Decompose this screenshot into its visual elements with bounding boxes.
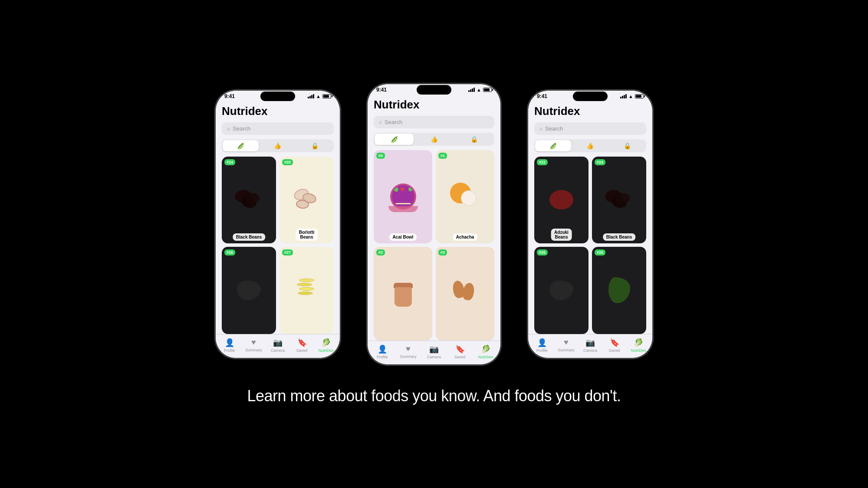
wifi-icon-left: ▲	[316, 94, 321, 99]
filter-tab-liked-left[interactable]: 👍	[260, 140, 296, 151]
food-card-26-right[interactable]: #26	[534, 247, 589, 334]
time-left: 9:41	[224, 93, 235, 99]
tab-camera-center[interactable]: 📷 Camera	[421, 344, 447, 359]
food-card-acai-center[interactable]: #0	[374, 150, 432, 244]
status-bar-right: 9:41 ▲	[528, 91, 652, 100]
time-center: 9:41	[376, 87, 387, 93]
tab-nutridex-center[interactable]: 🥬 NutriDex	[473, 344, 499, 359]
dynamic-island-center	[417, 85, 451, 95]
food-27-visual-left	[292, 275, 322, 305]
search-icon-right: ⌕	[539, 125, 542, 131]
food-card-28-right[interactable]: #28	[592, 247, 646, 334]
status-icons-center: ▲	[468, 87, 492, 92]
adzuki-visual-right	[546, 185, 577, 215]
food-label-black-beans-right: Black Beans	[603, 233, 635, 241]
food-label-black-beans-left: Black Beans	[233, 233, 265, 241]
food-label-adzuki-right: AdzukiBeans	[551, 229, 572, 241]
food-card-3-center[interactable]: #3	[436, 247, 494, 341]
badge-27-left: #27	[282, 249, 293, 255]
tab-nutridex-right[interactable]: 🥬 NutriDex	[626, 338, 651, 353]
tab-label-camera-right: Camera	[583, 348, 597, 353]
food-label-acai-center: Acai Bowl	[389, 233, 417, 241]
status-bar-center: 9:41 ▲	[368, 84, 500, 94]
tab-saved-right[interactable]: 🔖 Saved	[602, 338, 627, 353]
badge-2-center: #2	[376, 249, 385, 255]
tab-profile-left[interactable]: 👤 Profile	[217, 338, 242, 353]
tab-saved-left[interactable]: 🔖 Saved	[290, 338, 314, 353]
filter-tab-locked-center[interactable]: 🔒	[454, 134, 493, 145]
phone-right: 9:41 ▲ Nutr	[527, 90, 653, 359]
nutridex-icon-right: 🥬	[634, 338, 643, 347]
food-26-visual-right	[546, 275, 577, 305]
tab-label-nutridex-center: NutriDex	[478, 355, 493, 359]
filter-tab-all-center[interactable]: 🫛	[375, 134, 414, 145]
tab-bar-left: 👤 Profile ♥ Summary 📷 Camera 🔖 Saved 🥬	[216, 334, 340, 358]
tagline: Learn more about foods you know. And foo…	[247, 387, 621, 405]
badge-23-right: #23	[537, 159, 548, 165]
search-icon-left: ⌕	[227, 125, 230, 131]
tab-label-saved-left: Saved	[296, 348, 308, 353]
app-title-center: Nutridex	[374, 98, 494, 111]
food-card-black-beans-left[interactable]: #24 Black Beans	[222, 157, 276, 244]
search-bar-center[interactable]: ⌕ Search	[374, 116, 494, 128]
saved-icon-left: 🔖	[297, 338, 307, 347]
filter-tab-locked-right[interactable]: 🔒	[609, 140, 645, 151]
badge-25-left: #25	[282, 159, 293, 165]
tab-label-nutridex-left: NutriDex	[319, 348, 334, 353]
app-title-left: Nutridex	[222, 105, 334, 118]
tab-camera-right[interactable]: 📷 Camera	[578, 338, 602, 353]
search-bar-left[interactable]: ⌕ Search	[222, 122, 334, 135]
filter-tab-liked-right[interactable]: 👍	[572, 140, 608, 151]
food-card-black-beans-right[interactable]: #24 Black Beans	[592, 157, 646, 244]
tab-camera-left[interactable]: 📷 Camera	[266, 338, 290, 353]
tab-profile-right[interactable]: 👤 Profile	[530, 338, 554, 353]
search-placeholder-center: Search	[385, 119, 402, 125]
summary-icon-left: ♥	[251, 338, 256, 347]
filter-tab-all-left[interactable]: 🫛	[223, 140, 259, 151]
food-3-visual-center	[450, 278, 480, 309]
acai-visual-center	[388, 181, 418, 212]
phone-left: 9:41 ▲	[215, 90, 341, 359]
tab-summary-center[interactable]: ♥ Summary	[395, 344, 421, 359]
tab-label-saved-center: Saved	[454, 355, 466, 359]
food-label-achacha-center: Achacha	[453, 233, 478, 241]
filter-tab-all-right[interactable]: 🫛	[535, 140, 571, 151]
saved-icon-center: 🔖	[455, 344, 465, 354]
food-26-visual-left	[234, 275, 264, 305]
search-bar-right[interactable]: ⌕ Search	[534, 122, 646, 135]
camera-icon-right: 📷	[585, 338, 595, 347]
nutridex-icon-center: 🥬	[481, 344, 490, 354]
tab-profile-center[interactable]: 👤 Profile	[369, 344, 395, 359]
food-card-borlotti-left[interactable]: #25 BorlottiBeans	[279, 157, 334, 244]
tab-summary-left[interactable]: ♥ Summary	[242, 338, 266, 353]
tab-label-saved-right: Saved	[609, 348, 620, 353]
tab-saved-center[interactable]: 🔖 Saved	[447, 344, 473, 359]
badge-3-center: #3	[438, 249, 447, 255]
summary-icon-right: ♥	[564, 338, 569, 347]
wifi-icon-right: ▲	[628, 94, 633, 99]
phones-container: 9:41 ▲	[215, 83, 653, 365]
signal-icon-center	[468, 87, 475, 92]
food-card-achacha-center[interactable]: #1 Achacha	[436, 150, 494, 244]
badge-0-center: #0	[376, 153, 385, 159]
food-grid-right: #23 AdzukiBeans #24	[534, 157, 646, 334]
black-beans-visual-right	[604, 185, 635, 215]
food-card-26-left[interactable]: #26	[222, 247, 276, 334]
tab-nutridex-left[interactable]: 🥬 NutriDex	[314, 338, 338, 353]
signal-icon-left	[308, 94, 314, 98]
badge-1-center: #1	[438, 153, 447, 159]
food-grid-left: #24 Black Beans #25	[222, 157, 334, 334]
tab-label-summary-right: Summary	[558, 348, 575, 352]
tab-summary-right[interactable]: ♥ Summary	[554, 338, 579, 353]
filter-tab-liked-center[interactable]: 👍	[414, 134, 454, 145]
food-card-adzuki-right[interactable]: #23 AdzukiBeans	[534, 157, 589, 244]
status-icons-right: ▲	[620, 94, 644, 99]
food-card-2-center[interactable]: #2	[374, 247, 432, 341]
nutridex-icon-left: 🥬	[321, 338, 331, 347]
black-beans-visual-left	[234, 185, 264, 215]
tab-label-summary-left: Summary	[245, 348, 262, 352]
filter-tab-locked-left[interactable]: 🔒	[297, 140, 333, 151]
badge-26-right: #26	[537, 249, 548, 255]
search-placeholder-left: Search	[233, 125, 250, 132]
food-card-27-left[interactable]: #27	[279, 247, 334, 334]
